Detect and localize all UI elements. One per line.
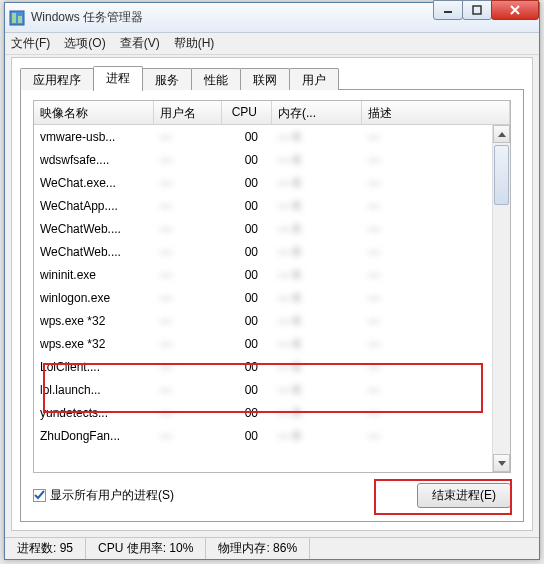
end-process-button[interactable]: 结束进程(E) bbox=[417, 483, 511, 508]
table-row[interactable]: lol.launch...—00— K— bbox=[34, 378, 492, 401]
maximize-button[interactable] bbox=[462, 0, 492, 20]
cell-cpu: 00 bbox=[222, 427, 272, 445]
tab-processes[interactable]: 进程 bbox=[93, 66, 143, 91]
cell-desc: — bbox=[362, 243, 492, 261]
cell-user: — bbox=[154, 381, 222, 399]
cell-cpu: 00 bbox=[222, 312, 272, 330]
cell-name: WeChatApp.... bbox=[34, 197, 154, 215]
cell-desc: — bbox=[362, 266, 492, 284]
cell-cpu: 00 bbox=[222, 335, 272, 353]
cell-desc: — bbox=[362, 427, 492, 445]
scroll-up-button[interactable] bbox=[493, 125, 510, 143]
tab-network[interactable]: 联网 bbox=[240, 68, 290, 90]
table-row[interactable]: LolClient....—00— K— bbox=[34, 355, 492, 378]
cell-desc: — bbox=[362, 220, 492, 238]
minimize-button[interactable] bbox=[433, 0, 463, 20]
tab-content: 映像名称 用户名 CPU 内存(... 描述 vmware-usb...—00—… bbox=[20, 90, 524, 522]
cell-mem: — K bbox=[272, 289, 362, 307]
header-image-name[interactable]: 映像名称 bbox=[34, 101, 154, 124]
cell-name: ZhuDongFan... bbox=[34, 427, 154, 445]
table-row[interactable]: ZhuDongFan...—00— K— bbox=[34, 424, 492, 447]
cell-user: — bbox=[154, 404, 222, 422]
status-cpu-usage: CPU 使用率: 10% bbox=[86, 538, 206, 559]
table-row[interactable]: WeChat.exe...—00— K— bbox=[34, 171, 492, 194]
cell-mem: — K bbox=[272, 220, 362, 238]
cell-name: WeChatWeb.... bbox=[34, 243, 154, 261]
cell-desc: — bbox=[362, 381, 492, 399]
cell-name: wininit.exe bbox=[34, 266, 154, 284]
menu-help[interactable]: 帮助(H) bbox=[174, 35, 215, 52]
cell-user: — bbox=[154, 220, 222, 238]
cell-desc: — bbox=[362, 151, 492, 169]
cell-desc: — bbox=[362, 197, 492, 215]
cell-mem: — K bbox=[272, 404, 362, 422]
cell-desc: — bbox=[362, 312, 492, 330]
cell-cpu: 00 bbox=[222, 266, 272, 284]
cell-user: — bbox=[154, 174, 222, 192]
menu-file[interactable]: 文件(F) bbox=[11, 35, 50, 52]
cell-user: — bbox=[154, 312, 222, 330]
table-row[interactable]: wininit.exe—00— K— bbox=[34, 263, 492, 286]
menu-view[interactable]: 查看(V) bbox=[120, 35, 160, 52]
scroll-thumb[interactable] bbox=[494, 145, 509, 205]
table-row[interactable]: WeChatApp....—00— K— bbox=[34, 194, 492, 217]
cell-user: — bbox=[154, 266, 222, 284]
tab-applications[interactable]: 应用程序 bbox=[20, 68, 94, 90]
tab-performance[interactable]: 性能 bbox=[191, 68, 241, 90]
cell-name: yundetects... bbox=[34, 404, 154, 422]
table-row[interactable]: wps.exe *32—00— K— bbox=[34, 309, 492, 332]
cell-mem: — K bbox=[272, 243, 362, 261]
cell-name: wps.exe *32 bbox=[34, 312, 154, 330]
tab-strip: 应用程序 进程 服务 性能 联网 用户 bbox=[20, 66, 524, 90]
cell-cpu: 00 bbox=[222, 151, 272, 169]
titlebar[interactable]: Windows 任务管理器 bbox=[5, 3, 539, 33]
cell-cpu: 00 bbox=[222, 358, 272, 376]
header-memory[interactable]: 内存(... bbox=[272, 101, 362, 124]
table-row[interactable]: WeChatWeb....—00— K— bbox=[34, 240, 492, 263]
table-row[interactable]: WeChatWeb....—00— K— bbox=[34, 217, 492, 240]
menu-options[interactable]: 选项(O) bbox=[64, 35, 105, 52]
svg-rect-2 bbox=[18, 16, 22, 23]
svg-rect-1 bbox=[12, 13, 16, 23]
menubar: 文件(F) 选项(O) 查看(V) 帮助(H) bbox=[5, 33, 539, 55]
table-row[interactable]: winlogon.exe—00— K— bbox=[34, 286, 492, 309]
column-headers: 映像名称 用户名 CPU 内存(... 描述 bbox=[34, 101, 510, 125]
cell-cpu: 00 bbox=[222, 404, 272, 422]
cell-desc: — bbox=[362, 128, 492, 146]
tab-services[interactable]: 服务 bbox=[142, 68, 192, 90]
tab-users[interactable]: 用户 bbox=[289, 68, 339, 90]
svg-rect-4 bbox=[473, 6, 481, 14]
cell-desc: — bbox=[362, 289, 492, 307]
cell-mem: — K bbox=[272, 174, 362, 192]
cell-name: wps.exe *32 bbox=[34, 335, 154, 353]
cell-cpu: 00 bbox=[222, 197, 272, 215]
header-cpu[interactable]: CPU bbox=[222, 101, 272, 124]
table-row[interactable]: wps.exe *32—00— K— bbox=[34, 332, 492, 355]
table-row[interactable]: vmware-usb...—00— K— bbox=[34, 125, 492, 148]
cell-name: WeChat.exe... bbox=[34, 174, 154, 192]
process-list: 映像名称 用户名 CPU 内存(... 描述 vmware-usb...—00—… bbox=[33, 100, 511, 473]
scroll-down-button[interactable] bbox=[493, 454, 510, 472]
bottom-bar: 显示所有用户的进程(S) 结束进程(E) bbox=[33, 481, 511, 509]
vertical-scrollbar[interactable] bbox=[492, 125, 510, 472]
cell-mem: — K bbox=[272, 335, 362, 353]
cell-user: — bbox=[154, 197, 222, 215]
cell-name: vmware-usb... bbox=[34, 128, 154, 146]
cell-desc: — bbox=[362, 335, 492, 353]
cell-desc: — bbox=[362, 404, 492, 422]
cell-mem: — K bbox=[272, 128, 362, 146]
table-row[interactable]: wdswfsafe....—00— K— bbox=[34, 148, 492, 171]
cell-cpu: 00 bbox=[222, 174, 272, 192]
table-row[interactable]: yundetects...—00— K— bbox=[34, 401, 492, 424]
close-button[interactable] bbox=[491, 0, 539, 20]
cell-cpu: 00 bbox=[222, 381, 272, 399]
cell-user: — bbox=[154, 128, 222, 146]
header-user[interactable]: 用户名 bbox=[154, 101, 222, 124]
cell-cpu: 00 bbox=[222, 128, 272, 146]
cell-name: wdswfsafe.... bbox=[34, 151, 154, 169]
cell-cpu: 00 bbox=[222, 289, 272, 307]
task-manager-window: Windows 任务管理器 文件(F) 选项(O) 查看(V) 帮助(H) 应用… bbox=[4, 2, 540, 560]
show-all-users-checkbox[interactable]: 显示所有用户的进程(S) bbox=[33, 487, 174, 504]
status-process-count: 进程数: 95 bbox=[5, 538, 86, 559]
header-description[interactable]: 描述 bbox=[362, 101, 510, 124]
